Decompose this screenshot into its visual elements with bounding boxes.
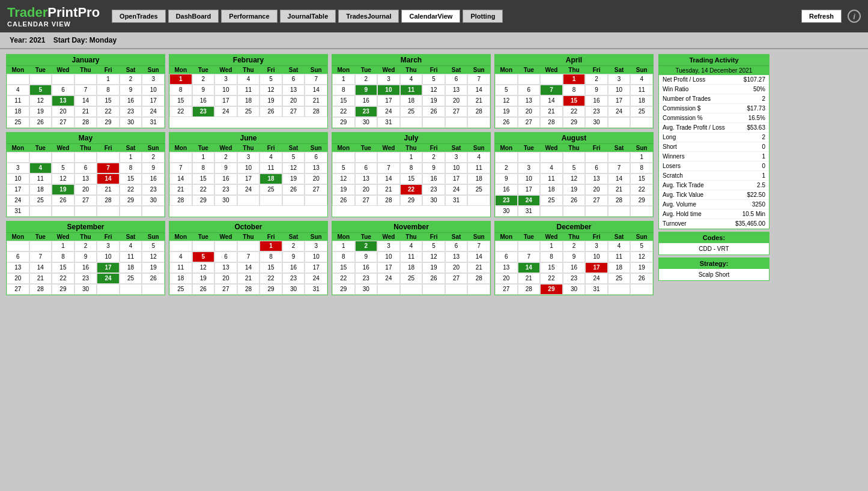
calendar-cell[interactable]: 4 (400, 241, 423, 252)
calendar-cell[interactable]: 26 (142, 273, 165, 284)
calendar-cell[interactable]: 21 (237, 273, 260, 284)
calendar-cell[interactable]: 26 (52, 195, 74, 206)
calendar-cell[interactable]: 28 (467, 273, 490, 284)
calendar-cell[interactable]: 30 (120, 117, 142, 128)
calendar-cell[interactable]: 9 (563, 252, 586, 262)
calendar-cell[interactable]: 21 (305, 95, 327, 106)
calendar-cell[interactable]: 7 (467, 241, 490, 252)
calendar-cell[interactable]: 13 (305, 163, 327, 173)
calendar-cell[interactable]: 17 (305, 262, 327, 273)
calendar-cell[interactable]: 16 (74, 262, 97, 273)
calendar-cell[interactable]: 20 (355, 184, 378, 195)
calendar-cell[interactable]: 12 (52, 173, 74, 184)
calendar-cell[interactable]: 4 (7, 85, 29, 95)
calendar-cell[interactable]: 18 (259, 173, 282, 184)
calendar-cell[interactable]: 3 (305, 241, 327, 252)
calendar-cell[interactable]: 22 (563, 106, 586, 117)
calendar-cell[interactable]: 23 (192, 106, 215, 117)
calendar-cell[interactable]: 7 (467, 74, 490, 85)
calendar-cell[interactable]: 14 (518, 262, 541, 273)
calendar-cell[interactable]: 21 (74, 106, 97, 117)
calendar-cell[interactable]: 11 (540, 173, 563, 184)
calendar-cell[interactable]: 28 (237, 284, 260, 295)
calendar-cell[interactable]: 6 (355, 163, 378, 173)
calendar-cell[interactable]: 5 (422, 74, 445, 85)
nav-btn-tradesjournal[interactable]: TradesJournal (338, 10, 399, 23)
calendar-cell[interactable]: 3 (377, 74, 400, 85)
calendar-cell[interactable]: 20 (585, 184, 608, 195)
calendar-cell[interactable]: 20 (445, 262, 468, 273)
calendar-cell[interactable]: 5 (495, 85, 518, 95)
calendar-cell[interactable]: 29 (630, 195, 653, 206)
calendar-cell[interactable]: 7 (237, 252, 260, 262)
calendar-cell[interactable]: 13 (214, 262, 237, 273)
calendar-cell[interactable]: 1 (332, 74, 355, 85)
calendar-cell[interactable]: 20 (518, 106, 541, 117)
calendar-cell[interactable]: 30 (563, 284, 586, 295)
calendar-cell[interactable]: 28 (540, 117, 563, 128)
calendar-cell[interactable]: 21 (467, 262, 490, 273)
calendar-cell[interactable]: 14 (237, 262, 260, 273)
calendar-cell[interactable]: 17 (445, 173, 468, 184)
calendar-cell[interactable]: 24 (518, 195, 541, 206)
calendar-cell[interactable]: 21 (377, 184, 400, 195)
calendar-cell[interactable]: 16 (142, 173, 165, 184)
calendar-cell[interactable]: 18 (400, 95, 423, 106)
calendar-cell[interactable]: 25 (400, 273, 423, 284)
calendar-cell[interactable]: 26 (422, 106, 445, 117)
calendar-cell[interactable]: 17 (585, 262, 608, 273)
calendar-cell[interactable]: 16 (495, 184, 518, 195)
calendar-cell[interactable]: 15 (400, 173, 423, 184)
calendar-cell[interactable]: 15 (332, 262, 355, 273)
calendar-cell[interactable]: 30 (355, 284, 378, 295)
calendar-cell[interactable]: 21 (29, 273, 52, 284)
calendar-cell[interactable]: 4 (400, 74, 423, 85)
calendar-cell[interactable]: 3 (585, 241, 608, 252)
calendar-cell[interactable]: 17 (608, 95, 631, 106)
calendar-cell[interactable]: 23 (495, 195, 518, 206)
calendar-cell[interactable]: 7 (169, 163, 192, 173)
calendar-cell[interactable]: 6 (495, 252, 518, 262)
calendar-cell[interactable]: 25 (467, 184, 490, 195)
calendar-cell[interactable]: 28 (74, 117, 97, 128)
calendar-cell[interactable]: 14 (29, 262, 52, 273)
calendar-cell[interactable]: 28 (518, 284, 541, 295)
calendar-cell[interactable]: 10 (445, 163, 468, 173)
calendar-cell[interactable]: 12 (495, 95, 518, 106)
calendar-cell[interactable]: 13 (52, 95, 74, 106)
calendar-cell[interactable]: 2 (74, 241, 97, 252)
calendar-cell[interactable]: 5 (282, 152, 305, 163)
calendar-cell[interactable]: 22 (97, 106, 120, 117)
calendar-cell[interactable]: 30 (422, 195, 445, 206)
calendar-cell[interactable]: 15 (630, 173, 653, 184)
calendar-cell[interactable]: 13 (7, 262, 29, 273)
calendar-cell[interactable]: 27 (445, 273, 468, 284)
nav-btn-journaltable[interactable]: JournalTable (280, 10, 336, 23)
calendar-cell[interactable]: 19 (52, 184, 74, 195)
nav-btn-opentrades[interactable]: OpenTrades (112, 10, 166, 23)
calendar-cell[interactable]: 30 (495, 206, 518, 217)
calendar-cell[interactable]: 16 (422, 173, 445, 184)
calendar-cell[interactable]: 27 (305, 184, 327, 195)
calendar-cell[interactable]: 25 (259, 184, 282, 195)
calendar-cell[interactable]: 26 (563, 195, 586, 206)
calendar-cell[interactable]: 8 (169, 85, 192, 95)
calendar-cell[interactable]: 25 (400, 106, 423, 117)
calendar-cell[interactable]: 12 (29, 95, 52, 106)
nav-btn-plotting[interactable]: Plotting (463, 10, 503, 23)
calendar-cell[interactable]: 11 (29, 173, 52, 184)
calendar-cell[interactable]: 2 (585, 74, 608, 85)
calendar-cell[interactable]: 4 (259, 152, 282, 163)
calendar-cell[interactable]: 8 (97, 85, 120, 95)
calendar-cell[interactable]: 27 (518, 117, 541, 128)
calendar-cell[interactable]: 24 (97, 273, 120, 284)
calendar-cell[interactable]: 31 (445, 195, 468, 206)
calendar-cell[interactable]: 6 (518, 85, 541, 95)
calendar-cell[interactable]: 17 (237, 173, 260, 184)
calendar-cell[interactable]: 1 (97, 74, 120, 85)
calendar-cell[interactable]: 12 (282, 163, 305, 173)
calendar-cell[interactable]: 25 (29, 195, 52, 206)
calendar-cell[interactable]: 6 (74, 163, 97, 173)
calendar-cell[interactable]: 25 (7, 117, 29, 128)
calendar-cell[interactable]: 20 (74, 184, 97, 195)
